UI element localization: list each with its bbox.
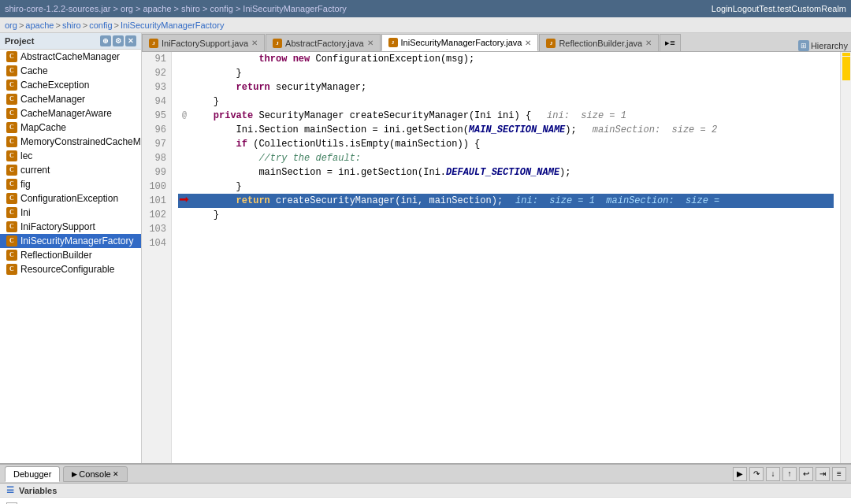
tab-reflection-builder[interactable]: J ReflectionBuilder.java ✕ [539,34,659,51]
tab-label: IniFactorySupport.java [162,39,248,48]
code-editor[interactable]: 919293949596979899100101102103104 throw … [142,52,851,463]
tab-close[interactable]: ✕ [367,39,373,47]
sidebar-item-ini[interactable]: CIni [0,206,141,220]
code-text: return createSecurityManager(ini, mainSe… [191,194,719,208]
debug-title-bar: ☰ Variables [0,484,851,498]
code-line: mainSection = ini.getSection(Ini.DEFAULT… [178,165,834,180]
tab-close[interactable]: ✕ [251,39,258,47]
tab-overflow[interactable]: ▸≡ [660,34,680,51]
tab-label: ReflectionBuilder.java [559,39,642,48]
variables-area: ▶ this = {IniSecurityManagerFactory@825}… [0,498,851,504]
code-content: throw new ConfigurationException(msg); }… [172,52,840,463]
line-number: 91 [147,52,166,66]
tab-label: IniSecurityManagerFactory.java [401,38,522,47]
breadcrumb-bar: org > apache > shiro > config > IniSecur… [0,17,851,33]
line-number: 97 [147,137,166,151]
class-icon: C [6,51,17,62]
debug-resume-btn[interactable]: ▶ [733,467,747,481]
code-line: ⮕ return createSecurityManager(ini, main… [178,194,834,208]
sidebar-item-label: CacheManagerAware [20,108,112,119]
class-icon: C [6,207,17,218]
code-line: } [178,94,834,109]
sidebar-item-inisecuritymanagerfactory[interactable]: CIniSecurityManagerFactory [0,234,141,248]
sidebar-item-abstractcachemanager[interactable]: CAbstractCacheManager [0,50,141,64]
variables-title: Variables [19,486,57,495]
sidebar-item-memoryconstrainedcachem[interactable]: CMemoryConstrainedCacheM… [0,135,141,149]
sidebar-item-reflectionbuilder[interactable]: CReflectionBuilder [0,248,141,262]
breadcrumb-item-shiro[interactable]: shiro [62,20,81,30]
sidebar-item-configurationexception[interactable]: CConfigurationException [0,191,141,206]
top-bar: shiro-core-1.2.2-sources.jar > org > apa… [0,0,851,17]
sidebar-icon-settings[interactable]: ⚙ [113,35,124,46]
line-number: 96 [147,123,166,137]
scroll-position [842,57,850,80]
line-marker: ⮕ [178,194,191,208]
sidebar-item-label: lec [20,150,32,161]
line-number: 94 [147,94,166,109]
class-icon: C [6,250,17,261]
sidebar-item-cacheexception[interactable]: CCacheException [0,78,141,92]
breadcrumb-item[interactable]: org [5,20,17,30]
breadcrumb-item-config[interactable]: config [89,20,112,30]
line-number: 95 [147,109,166,123]
class-icon: C [6,264,17,275]
tab-bar: J IniFactorySupport.java ✕ J AbstractFac… [142,33,851,52]
sidebar-item-label: fig [20,179,31,190]
sidebar-item-label: ReflectionBuilder [20,250,92,261]
class-icon: C [6,150,17,161]
class-icon: C [6,136,17,147]
sidebar-item-label: current [20,165,50,176]
sidebar-item-cache[interactable]: CCache [0,64,141,78]
code-line: if (CollectionUtils.isEmpty(mainSection)… [178,137,834,151]
breadcrumb-item-apache[interactable]: apache [25,20,54,30]
debugger-tab[interactable]: Debugger [5,466,60,482]
sidebar-item-label: MapCache [20,122,66,133]
tab-icon: J [388,38,398,47]
sidebar-item-label: MemoryConstrainedCacheM… [20,136,142,147]
sidebar-icon-pin[interactable]: ⊕ [100,35,111,46]
debug-toolbar: ▶ ↷ ↓ ↑ ↩ ⇥ ≡ [733,467,846,481]
hierarchy-btn[interactable]: ⊞ [798,40,809,51]
class-icon: C [6,235,17,246]
line-numbers: 919293949596979899100101102103104 [142,52,172,463]
sidebar-item-label: CacheException [20,80,89,91]
sidebar-item-inifactorysupport[interactable]: CIniFactorySupport [0,220,141,234]
hierarchy-label: Hierarchy [811,41,848,50]
tab-abstract-factory[interactable]: J AbstractFactory.java ✕ [266,34,380,51]
sidebar-title: Project [5,36,34,46]
sidebar-item-label: IniSecurityManagerFactory [20,235,133,246]
sidebar-item-cachemanager[interactable]: CCacheManager [0,92,141,106]
sidebar-item-current[interactable]: Ccurrent [0,163,141,177]
tab-icon: J [273,39,282,48]
class-icon: C [6,65,17,76]
breadcrumb-item-factory[interactable]: IniSecurityManagerFactory [121,20,224,30]
tab-ini-factory-support[interactable]: J IniFactorySupport.java ✕ [142,34,265,51]
debug-drop-frame-btn[interactable]: ↩ [799,467,813,481]
code-text: } [191,66,242,80]
debug-step-into-btn[interactable]: ↓ [766,467,780,481]
debug-step-over-btn[interactable]: ↷ [749,467,764,481]
sidebar-item-lec[interactable]: Clec [0,149,141,163]
class-icon: C [6,94,17,105]
tab-icon: J [149,39,158,48]
sidebar-item-mapcache[interactable]: CMapCache [0,120,141,135]
sidebar-item-cachemanageraware[interactable]: CCacheManagerAware [0,106,141,120]
debug-eval-btn[interactable]: ≡ [832,467,846,481]
tab-close[interactable]: ✕ [645,39,652,47]
sidebar-item-resourceconfigurable[interactable]: CResourceConfigurable [0,262,141,276]
class-icon: C [6,193,17,204]
sidebar: Project ⊕ ⚙ ✕ CAbstractCacheManagerCCach… [0,33,142,463]
sidebar-icon-close[interactable]: ✕ [125,35,136,46]
class-icon: C [6,221,17,232]
tab-close[interactable]: ✕ [525,39,531,47]
debug-step-out-btn[interactable]: ↑ [782,467,797,481]
code-text: mainSection = ini.getSection(Ini.DEFAULT… [191,165,571,180]
line-marker: @ [178,109,191,123]
tab-label: AbstractFactory.java [285,39,363,48]
tab-ini-security-manager-factory[interactable]: J IniSecurityManagerFactory.java ✕ [381,34,539,51]
console-tab[interactable]: ▶ Console ✕ [63,466,127,482]
editor-scrollbar[interactable] [840,52,851,463]
debug-run-to-cursor-btn[interactable]: ⇥ [816,467,830,481]
sidebar-item-label: AbstractCacheManager [20,51,120,62]
sidebar-item-fig[interactable]: Cfig [0,177,141,191]
